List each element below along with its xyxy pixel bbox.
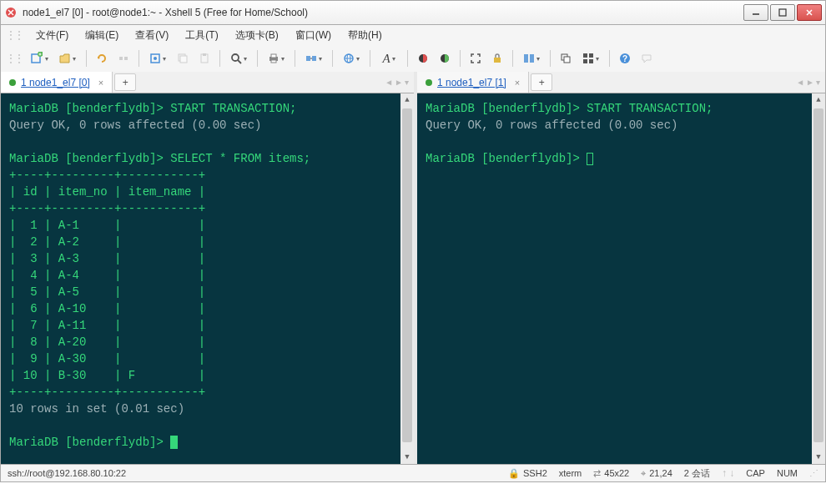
left-pane: 1 node1_el7 [0] × + ◄ ► ▾ MariaDB [bende… <box>1 72 414 464</box>
window-title: node1_el7 [0] - root@node1:~ - Xshell 5 … <box>23 7 743 18</box>
svg-rect-31 <box>589 53 593 58</box>
menu-grip-icon: ⋮⋮ <box>6 29 23 41</box>
tab-prev-icon[interactable]: ◄ <box>385 78 393 87</box>
svg-rect-33 <box>589 59 593 63</box>
tab-menu-icon[interactable]: ▾ <box>405 78 409 87</box>
add-tab-button-right[interactable]: + <box>531 73 552 91</box>
lock-button[interactable] <box>487 48 507 68</box>
svg-point-8 <box>154 57 157 60</box>
terminal-left[interactable]: MariaDB [benderflydb]> START TRANSACTION… <box>1 93 414 464</box>
svg-rect-19 <box>312 56 316 61</box>
new-session-button[interactable] <box>26 48 53 68</box>
cursor-icon <box>170 436 178 449</box>
app-icon <box>4 6 18 19</box>
scrollbar-right[interactable]: ▲ ▼ <box>812 93 825 464</box>
copy-button[interactable] <box>173 48 193 68</box>
tab-nav-right: ◄ ► ▾ <box>791 72 825 93</box>
svg-rect-29 <box>564 57 570 63</box>
svg-rect-10 <box>180 56 187 63</box>
svg-rect-5 <box>119 57 123 60</box>
svg-rect-17 <box>271 60 276 63</box>
status-sessions: 2 会话 <box>684 467 710 480</box>
toolbar-grip-icon: ⋮⋮ <box>6 53 23 64</box>
status-caps: CAP <box>746 468 765 478</box>
web-button[interactable] <box>338 48 365 68</box>
tab-prev-icon[interactable]: ◄ <box>796 78 804 87</box>
tab-nav-left: ◄ ► ▾ <box>380 72 414 93</box>
svg-rect-18 <box>306 56 310 61</box>
svg-rect-27 <box>530 54 534 63</box>
tab-right-label: 1 node1_el7 [1] <box>437 77 506 88</box>
tab-left[interactable]: 1 node1_el7 [0] × <box>1 72 113 93</box>
cursor-icon <box>587 153 593 165</box>
lock-icon: 🔒 <box>508 468 520 479</box>
properties-button[interactable] <box>144 48 171 68</box>
toolbar: ⋮⋮ A ? <box>0 45 826 72</box>
connection-status-icon <box>426 79 432 86</box>
scroll-thumb[interactable] <box>813 108 823 442</box>
right-pane: 1 node1_el7 [1] × + ◄ ► ▾ MariaDB [bende… <box>414 72 825 464</box>
connection-status-icon <box>9 79 16 86</box>
scroll-up-icon[interactable]: ▲ <box>812 93 825 107</box>
help-button[interactable]: ? <box>615 48 635 68</box>
menu-tabs[interactable]: 选项卡(B) <box>229 27 285 44</box>
svg-rect-2 <box>779 9 786 16</box>
scroll-down-icon[interactable]: ▼ <box>400 451 414 464</box>
svg-text:?: ? <box>622 54 627 63</box>
menu-help[interactable]: 帮助(H) <box>341 27 389 44</box>
tile-button[interactable] <box>577 48 604 68</box>
tab-close-icon[interactable]: × <box>515 78 520 88</box>
scroll-thumb[interactable] <box>402 108 412 442</box>
svg-rect-12 <box>203 53 206 56</box>
tab-next-icon[interactable]: ► <box>806 78 814 87</box>
pane-container: 1 node1_el7 [0] × + ◄ ► ▾ MariaDB [bende… <box>0 72 826 464</box>
print-button[interactable] <box>263 48 290 68</box>
status-term: xterm <box>559 468 582 478</box>
nav-arrows-icon: ↑ ↓ <box>722 467 734 479</box>
add-tab-button-left[interactable]: + <box>114 73 136 91</box>
menu-file[interactable]: 文件(F) <box>29 27 75 44</box>
resize-grip-icon[interactable]: ⋰ <box>809 468 818 479</box>
position-icon: ⌖ <box>641 468 646 479</box>
svg-rect-25 <box>494 58 501 63</box>
chat-button[interactable] <box>637 48 657 68</box>
title-bar: node1_el7 [0] - root@node1:~ - Xshell 5 … <box>0 0 826 25</box>
svg-rect-26 <box>524 54 528 63</box>
menu-view[interactable]: 查看(V) <box>128 27 175 44</box>
menu-bar: ⋮⋮ 文件(F) 编辑(E) 查看(V) 工具(T) 选项卡(B) 窗口(W) … <box>0 25 826 45</box>
scrollbar-left[interactable]: ▲ ▼ <box>400 93 414 464</box>
transfer-button[interactable] <box>300 48 327 68</box>
status-connection: ssh://root@192.168.80.10:22 <box>8 468 126 478</box>
tab-menu-icon[interactable]: ▾ <box>816 78 820 87</box>
svg-rect-16 <box>271 54 276 58</box>
scroll-down-icon[interactable]: ▼ <box>812 451 825 464</box>
svg-rect-30 <box>583 53 587 58</box>
tab-next-icon[interactable]: ► <box>395 78 403 87</box>
color-scheme2-button[interactable] <box>435 48 455 68</box>
reconnect-button[interactable] <box>92 48 112 68</box>
menu-edit[interactable]: 编辑(E) <box>78 27 125 44</box>
status-num: NUM <box>777 468 798 478</box>
fullscreen-button[interactable] <box>466 48 486 68</box>
terminal-right[interactable]: MariaDB [benderflydb]> START TRANSACTION… <box>417 93 825 464</box>
status-bar: ssh://root@192.168.80.10:22 🔒SSH2 xterm … <box>0 464 826 482</box>
scroll-up-icon[interactable]: ▲ <box>400 93 414 107</box>
cascade-button[interactable] <box>556 48 576 68</box>
minimize-button[interactable] <box>743 4 768 21</box>
color-scheme-button[interactable] <box>413 48 433 68</box>
tab-right[interactable]: 1 node1_el7 [1] × <box>417 72 529 93</box>
find-button[interactable] <box>225 48 252 68</box>
font-button[interactable]: A <box>375 48 402 68</box>
status-ssh: SSH2 <box>523 468 547 478</box>
tab-close-icon[interactable]: × <box>98 78 103 88</box>
menu-window[interactable]: 窗口(W) <box>289 27 338 44</box>
close-button[interactable] <box>797 4 822 21</box>
arrange-button[interactable] <box>518 48 545 68</box>
svg-point-13 <box>232 54 239 61</box>
menu-tools[interactable]: 工具(T) <box>179 27 224 44</box>
svg-rect-32 <box>583 59 587 63</box>
disconnect-button[interactable] <box>113 48 133 68</box>
open-button[interactable] <box>54 48 81 68</box>
maximize-button[interactable] <box>770 4 795 21</box>
paste-button[interactable] <box>194 48 214 68</box>
